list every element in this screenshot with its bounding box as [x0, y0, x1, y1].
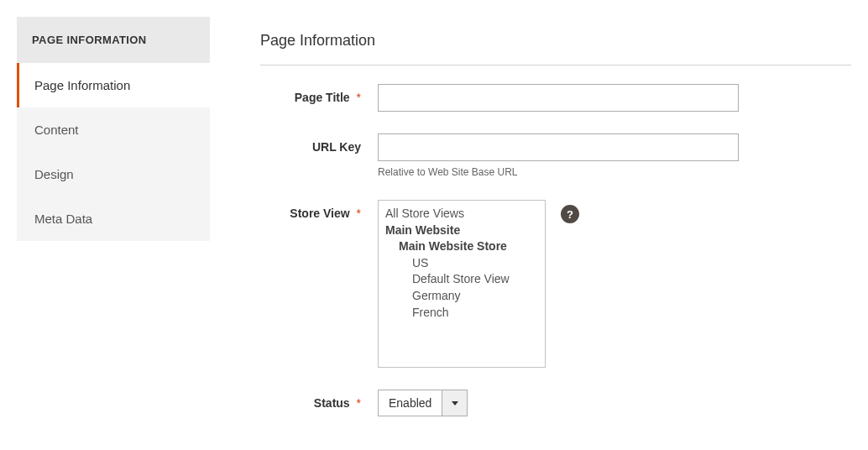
store-view-store: Main Website Store — [385, 238, 538, 255]
store-view-option-all[interactable]: All Store Views — [385, 206, 538, 222]
page-title-input[interactable] — [378, 84, 739, 112]
label-status: Status * — [260, 390, 378, 410]
field-page-title — [378, 84, 851, 112]
row-url-key: URL Key Relative to Web Site Base URL — [260, 133, 851, 178]
label-url-key: URL Key — [260, 133, 378, 154]
chevron-down-icon[interactable] — [442, 390, 467, 416]
row-store-view: Store View * All Store Views Main Websit… — [260, 200, 851, 368]
required-asterisk: * — [357, 396, 361, 410]
sidebar-item-meta-data[interactable]: Meta Data — [17, 196, 210, 241]
sidebar-item-label: Content — [34, 123, 79, 137]
label-store-view: Store View * — [260, 200, 378, 220]
row-status: Status * Enabled — [260, 390, 851, 416]
store-view-option-default[interactable]: Default Store View — [385, 271, 538, 288]
row-page-title: Page Title * — [260, 84, 851, 112]
store-view-option-french[interactable]: French — [385, 305, 538, 322]
page-layout: PAGE INFORMATION Page Information Conten… — [17, 17, 851, 438]
sidebar-item-label: Meta Data — [34, 212, 92, 226]
store-view-option-us[interactable]: US — [385, 255, 538, 272]
sidebar-header: PAGE INFORMATION — [17, 17, 210, 63]
field-url-key: Relative to Web Site Base URL — [378, 133, 851, 178]
page-title-heading: Page Information — [260, 32, 851, 65]
store-view-website: Main Website — [385, 222, 538, 239]
required-asterisk: * — [357, 207, 361, 220]
sidebar-item-design[interactable]: Design — [17, 152, 210, 196]
url-key-note: Relative to Web Site Base URL — [378, 166, 739, 178]
label-page-title: Page Title * — [260, 84, 378, 104]
status-select-value: Enabled — [379, 390, 442, 416]
store-view-multiselect[interactable]: All Store Views Main Website Main Websit… — [378, 200, 546, 368]
sidebar-item-content[interactable]: Content — [17, 107, 210, 152]
sidebar-item-label: Page Information — [34, 78, 130, 92]
help-icon[interactable]: ? — [561, 205, 579, 223]
required-asterisk: * — [357, 91, 361, 104]
url-key-input[interactable] — [378, 133, 739, 161]
store-view-option-germany[interactable]: Germany — [385, 288, 538, 305]
field-status: Enabled — [378, 390, 851, 416]
sidebar-item-page-information[interactable]: Page Information — [17, 63, 210, 107]
sidebar: PAGE INFORMATION Page Information Conten… — [17, 17, 210, 438]
status-select[interactable]: Enabled — [378, 390, 468, 416]
main-content: Page Information Page Title * URL Key Re… — [260, 17, 851, 438]
sidebar-item-label: Design — [34, 167, 74, 181]
field-store-view: All Store Views Main Website Main Websit… — [378, 200, 851, 368]
